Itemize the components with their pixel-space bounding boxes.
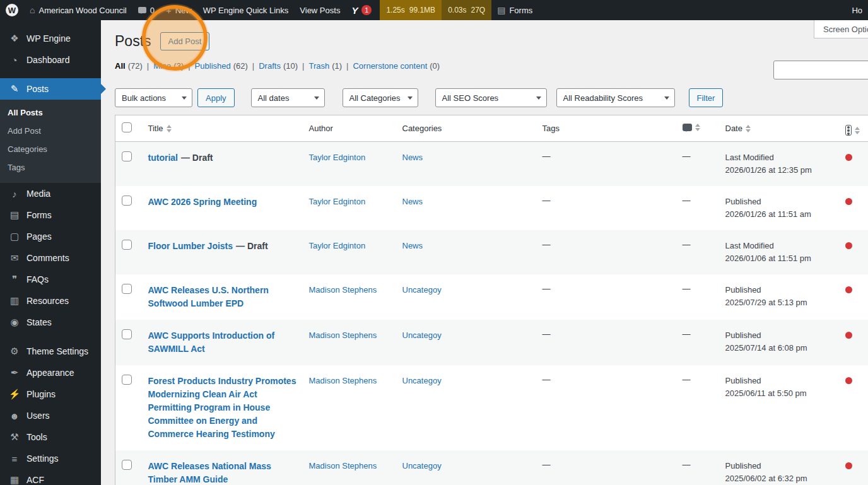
filter-cornerstone-content[interactable]: Cornerstone content(0) [353,61,440,71]
date-status: Published [725,375,833,387]
sidebar-subitem-add-post[interactable]: Add Post [0,122,101,140]
sidebar-item-wp-engine[interactable]: ❖ WP Engine [0,28,101,49]
select-all-checkbox[interactable] [122,122,132,132]
category-link[interactable]: Uncategoy [402,376,442,385]
date-status: Last Modified [725,240,833,252]
post-title-link[interactable]: AWC Releases National Mass Timber AMM Gu… [148,461,271,484]
categories-filter-select[interactable]: All Categories [343,88,418,107]
wpengine-quick-links-menu[interactable]: WP Engine Quick Links [197,0,295,20]
author-link[interactable]: Taylor Edginton [309,153,366,162]
category-link[interactable]: Uncategoy [402,285,442,295]
screen-options-button[interactable]: Screen Optio [814,20,868,38]
row-checkbox[interactable] [122,240,132,250]
sort-by-comments[interactable] [683,124,700,131]
sidebar-item-states[interactable]: ◉ States [0,312,101,333]
author-link[interactable]: Madison Stephens [309,376,377,385]
readability-scores-filter-select[interactable]: All Readability Scores [556,88,675,107]
tags-column-header: Tags [536,115,676,142]
plus-icon: + [166,5,172,16]
sidebar-item-media[interactable]: ♪ Media [0,183,101,204]
post-title-link[interactable]: AWC Supports Introduction of SAWMILL Act [148,330,275,354]
filter-published[interactable]: Published(62) [195,61,248,71]
author-link[interactable]: Taylor Edginton [309,241,366,250]
category-link[interactable]: Uncategoy [402,461,442,470]
sidebar-item-pages[interactable]: ▢ Pages [0,226,101,247]
admin-bar-left: W ⌂ American Wood Council 0 + New WP Eng… [0,0,538,20]
comments-cell: — [676,230,719,274]
search-posts-input[interactable] [773,61,868,79]
filter-trash[interactable]: Trash(1) [308,61,342,71]
filter-all[interactable]: All(72) [115,61,143,71]
categories-filter-value: All Categories [349,93,401,103]
post-title-link[interactable]: Forest Products Industry Promotes Modern… [148,376,296,439]
category-link[interactable]: News [402,241,423,250]
dates-filter-select[interactable]: All dates [251,88,325,107]
tags-cell: — [536,186,676,230]
table-row: AWC 2026 Spring Meeting Taylor Edginton … [115,186,868,230]
sidebar-item-tools[interactable]: ⚒ Tools [0,426,101,448]
category-link[interactable]: News [402,197,423,206]
bulk-actions-select[interactable]: Bulk actions [115,88,192,107]
author-link[interactable]: Madison Stephens [309,330,377,340]
filter-mine[interactable]: Mine(3) [153,61,184,71]
seo-score-indicator [845,286,852,293]
author-link[interactable]: Taylor Edginton [309,197,366,206]
category-link[interactable]: News [402,153,423,162]
view-posts-link[interactable]: View Posts [294,0,346,20]
comments-cell: — [676,186,719,230]
site-name-menu[interactable]: ⌂ American Wood Council [24,0,132,20]
sidebar-item-label: Posts [26,84,49,94]
sidebar-item-comments[interactable]: ✉ Comments [0,247,101,269]
new-content-menu[interactable]: + New [160,0,197,20]
sidebar-item-faqs[interactable]: ❞ FAQs [0,269,101,290]
author-link[interactable]: Madison Stephens [309,461,377,470]
sidebar-item-posts[interactable]: ✎ Posts [0,78,101,100]
row-checkbox[interactable] [122,284,132,294]
sidebar-item-settings[interactable]: ≡ Settings [0,448,101,469]
filter-drafts[interactable]: Drafts(10) [259,61,298,71]
row-checkbox[interactable] [122,329,132,339]
yoast-seo-menu[interactable]: Y 1 [346,0,377,20]
sidebar-item-appearance[interactable]: ✒ Appearance [0,362,101,383]
table-row: AWC Releases U.S. Northern Softwood Lumb… [115,274,868,320]
row-checkbox[interactable] [122,151,132,161]
sort-by-date[interactable]: Date [725,124,751,133]
post-title-link[interactable]: tutorial [148,153,178,163]
wordpress-logo-menu[interactable]: W [0,0,24,20]
post-title-link[interactable]: AWC Releases U.S. Northern Softwood Lumb… [148,285,269,308]
table-row: Floor Lumber Joists— Draft Taylor Edgint… [115,230,868,274]
post-title-link[interactable]: AWC 2026 Spring Meeting [148,197,257,207]
sidebar-subitem-all-posts[interactable]: All Posts [0,103,101,122]
row-checkbox[interactable] [122,375,132,385]
sidebar-item-acf[interactable]: ▦ ACF [0,469,101,485]
seo-scores-filter-select[interactable]: All SEO Scores [435,88,547,107]
row-checkbox[interactable] [122,460,132,470]
author-link[interactable]: Madison Stephens [309,285,377,295]
post-title-link[interactable]: Floor Lumber Joists [148,241,233,251]
add-post-button[interactable]: Add Post [160,32,210,50]
sidebar-subitem-tags[interactable]: Tags [0,158,101,177]
apply-button[interactable]: Apply [197,88,235,107]
sort-by-title[interactable]: Title [148,124,172,133]
sort-arrows-icon [855,127,860,134]
sidebar-item-resources[interactable]: ▥ Resources [0,290,101,312]
home-icon: ⌂ [30,5,35,15]
sidebar-item-dashboard[interactable]: ◔ Dashboard [0,49,101,71]
sidebar-subitem-categories[interactable]: Categories [0,140,101,158]
sidebar-item-forms[interactable]: ▤ Forms [0,204,101,226]
qm-db-stats: 0.03s 27Q [442,0,491,20]
chevron-down-icon [536,96,541,100]
admin-bar-comments-menu[interactable]: 0 [132,0,160,20]
query-monitor-menu[interactable]: 1.25s 99.1MB 0.03s 27Q [380,0,491,20]
forms-menu[interactable]: ▤ Forms [491,0,538,20]
sidebar-item-label: ACF [26,475,44,485]
sidebar-item-theme-settings[interactable]: ⚙ Theme Settings [0,341,101,362]
sort-by-seo-score[interactable] [845,125,860,136]
filter-button[interactable]: Filter [689,88,724,107]
my-account-menu[interactable]: Ho [846,0,868,20]
sidebar-item-users[interactable]: ☻ Users [0,405,101,426]
sidebar-item-plugins[interactable]: ⚡ Plugins [0,383,101,405]
category-link[interactable]: Uncategoy [402,330,442,340]
row-checkbox[interactable] [122,196,132,206]
sidebar-item-label: States [26,317,52,327]
